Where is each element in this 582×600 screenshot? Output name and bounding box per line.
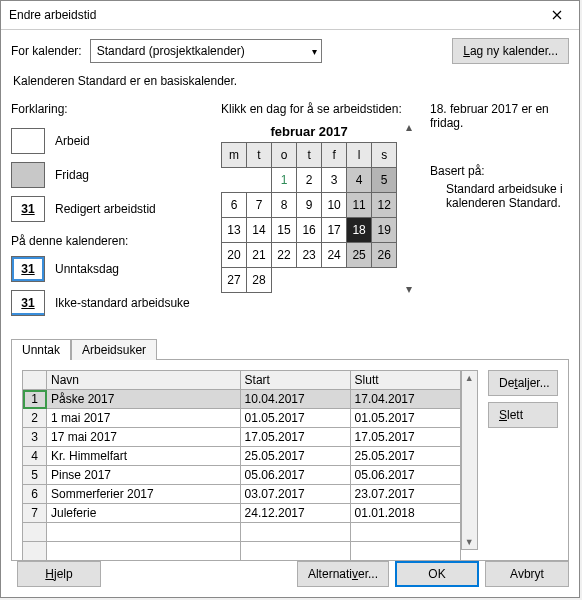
calendar-day[interactable]: 26 (372, 243, 397, 268)
table-row[interactable]: 6Sommerferier 201703.07.201723.07.2017 (23, 485, 461, 504)
calendar-day[interactable]: 28 (247, 268, 272, 293)
cell-slutt[interactable] (350, 542, 460, 561)
calendar-day[interactable]: 18 (347, 218, 372, 243)
calendar-day[interactable]: 12 (372, 193, 397, 218)
table-row[interactable]: 7Juleferie24.12.201701.01.2018 (23, 504, 461, 523)
calendar-day[interactable]: 24 (322, 243, 347, 268)
calendar-day[interactable]: 25 (347, 243, 372, 268)
cell-navn[interactable]: Påske 2017 (47, 390, 241, 409)
calendar-day[interactable]: 23 (297, 243, 322, 268)
calendar-select[interactable]: Standard (prosjektkalender) ▾ (90, 39, 322, 63)
dialog-title: Endre arbeidstid (9, 8, 96, 22)
cell-navn[interactable]: Juleferie (47, 504, 241, 523)
calendar-dow: s (372, 143, 397, 168)
table-row[interactable]: 21 mai 201701.05.201701.05.2017 (23, 409, 461, 428)
grid-scrollbar[interactable]: ▲ ▼ (461, 370, 478, 550)
calendar-day[interactable]: 16 (297, 218, 322, 243)
calendar-day[interactable]: 21 (247, 243, 272, 268)
cell-navn[interactable]: 17 mai 2017 (47, 428, 241, 447)
cell-start[interactable] (240, 542, 350, 561)
new-calendar-button[interactable]: Lag ny kalender... (452, 38, 569, 64)
calendar-day[interactable]: 19 (372, 218, 397, 243)
tab-workweeks[interactable]: Arbeidsuker (71, 339, 157, 360)
cell-navn[interactable]: Sommerferier 2017 (47, 485, 241, 504)
cell-slutt[interactable]: 23.07.2017 (350, 485, 460, 504)
row-number[interactable]: 7 (23, 504, 47, 523)
close-button[interactable] (541, 4, 573, 26)
exceptions-grid[interactable]: Navn Start Slutt 1Påske 201710.04.201717… (22, 370, 461, 561)
cell-slutt[interactable]: 17.05.2017 (350, 428, 460, 447)
table-row[interactable] (23, 523, 461, 542)
calendar-scroll-down[interactable]: ▾ (401, 282, 416, 296)
row-number[interactable]: 2 (23, 409, 47, 428)
calendar-day[interactable]: 22 (272, 243, 297, 268)
row-number[interactable]: 4 (23, 447, 47, 466)
calendar-day[interactable]: 11 (347, 193, 372, 218)
col-rownum[interactable] (23, 371, 47, 390)
calendar-day[interactable]: 27 (222, 268, 247, 293)
options-button[interactable]: Alternativer... (297, 561, 389, 587)
calendar-day[interactable]: 10 (322, 193, 347, 218)
cell-navn[interactable]: 1 mai 2017 (47, 409, 241, 428)
cell-navn[interactable] (47, 542, 241, 561)
calendar-day[interactable]: 5 (372, 168, 397, 193)
calendar-day[interactable]: 6 (222, 193, 247, 218)
row-number[interactable]: 1 (23, 390, 47, 409)
calendar-select-value: Standard (prosjektkalender) (97, 44, 245, 58)
table-row[interactable]: 5Pinse 201705.06.201705.06.2017 (23, 466, 461, 485)
table-row[interactable]: 317 mai 201717.05.201717.05.2017 (23, 428, 461, 447)
cell-navn[interactable]: Kr. Himmelfart (47, 447, 241, 466)
calendar-day[interactable]: 1 (272, 168, 297, 193)
calendar-day[interactable]: 4 (347, 168, 372, 193)
cell-start[interactable]: 01.05.2017 (240, 409, 350, 428)
row-number[interactable]: 6 (23, 485, 47, 504)
cell-slutt[interactable] (350, 523, 460, 542)
cell-slutt[interactable]: 01.01.2018 (350, 504, 460, 523)
cell-slutt[interactable]: 05.06.2017 (350, 466, 460, 485)
legend-exception-label: Unntaksdag (55, 262, 119, 276)
calendar-day[interactable]: 2 (297, 168, 322, 193)
table-row[interactable]: 4Kr. Himmelfart25.05.201725.05.2017 (23, 447, 461, 466)
cell-navn[interactable]: Pinse 2017 (47, 466, 241, 485)
cancel-button[interactable]: Avbryt (485, 561, 569, 587)
delete-button[interactable]: Slett (488, 402, 558, 428)
cell-slutt[interactable]: 01.05.2017 (350, 409, 460, 428)
cell-start[interactable]: 05.06.2017 (240, 466, 350, 485)
scroll-up-icon[interactable]: ▲ (465, 371, 474, 385)
calendar-day[interactable]: 7 (247, 193, 272, 218)
row-number[interactable] (23, 542, 47, 561)
tab-exceptions[interactable]: Unntak (11, 339, 71, 360)
calendar-scroll-up[interactable]: ▴ (401, 120, 416, 134)
calendar-day[interactable]: 14 (247, 218, 272, 243)
cell-start[interactable] (240, 523, 350, 542)
calendar-day (372, 268, 397, 293)
col-name[interactable]: Navn (47, 371, 241, 390)
details-button[interactable]: Detaljer... (488, 370, 558, 396)
row-number[interactable] (23, 523, 47, 542)
cell-navn[interactable] (47, 523, 241, 542)
table-row[interactable]: 1Påske 201710.04.201717.04.2017 (23, 390, 461, 409)
cell-slutt[interactable]: 17.04.2017 (350, 390, 460, 409)
cell-start[interactable]: 03.07.2017 (240, 485, 350, 504)
calendar-day[interactable]: 8 (272, 193, 297, 218)
calendar-day[interactable]: 13 (222, 218, 247, 243)
calendar-day[interactable]: 17 (322, 218, 347, 243)
table-row[interactable] (23, 542, 461, 561)
cell-start[interactable]: 10.04.2017 (240, 390, 350, 409)
cell-start[interactable]: 25.05.2017 (240, 447, 350, 466)
help-button[interactable]: Hjelp (17, 561, 101, 587)
calendar-day[interactable]: 3 (322, 168, 347, 193)
col-start[interactable]: Start (240, 371, 350, 390)
col-end[interactable]: Slutt (350, 371, 460, 390)
cell-slutt[interactable]: 25.05.2017 (350, 447, 460, 466)
cell-start[interactable]: 17.05.2017 (240, 428, 350, 447)
calendar-day[interactable]: 9 (297, 193, 322, 218)
cell-start[interactable]: 24.12.2017 (240, 504, 350, 523)
scroll-down-icon[interactable]: ▼ (465, 535, 474, 549)
mini-calendar[interactable]: februar 2017 mtotfls 1234567891011121314… (221, 120, 397, 317)
row-number[interactable]: 5 (23, 466, 47, 485)
calendar-day[interactable]: 15 (272, 218, 297, 243)
row-number[interactable]: 3 (23, 428, 47, 447)
ok-button[interactable]: OK (395, 561, 479, 587)
calendar-day[interactable]: 20 (222, 243, 247, 268)
